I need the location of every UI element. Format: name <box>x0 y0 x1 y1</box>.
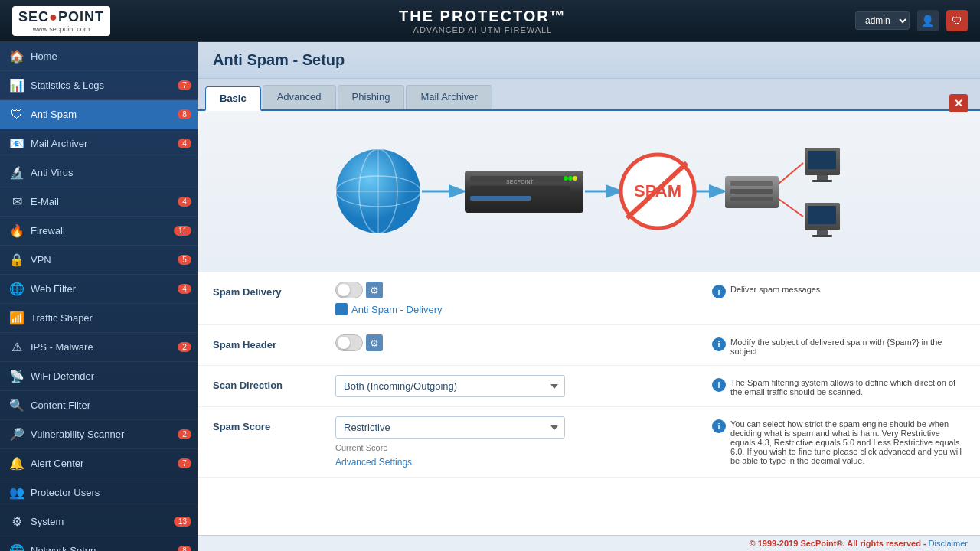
spam-score-help: i You can select how strict the spam eng… <box>697 416 965 465</box>
sidebar-item-label: Protector Users <box>31 487 188 498</box>
spam-delivery-row: Spam Delivery ⚙ Anti Spam - Delivery i D… <box>198 272 980 325</box>
product-subtitle: ADVANCED AI UTM FIREWALL <box>399 25 567 34</box>
tab-basic[interactable]: Basic <box>205 86 261 111</box>
vpn-icon: 🔒 <box>9 253 24 267</box>
sidebar-item-web-filter[interactable]: 🌐 Web Filter 4 <box>0 275 198 304</box>
sidebar-item-alert-center[interactable]: 🔔 Alert Center 7 <box>0 449 198 478</box>
vulnerability-icon: 🔎 <box>9 427 24 442</box>
form-content: SECPOINT SPAM <box>198 111 980 535</box>
diagram-svg: SECPOINT SPAM <box>328 126 849 256</box>
ips-badge: 2 <box>178 342 191 352</box>
spam-delivery-help-text: Deliver spam messages <box>730 285 820 294</box>
svg-rect-24 <box>808 206 836 224</box>
spam-score-info-icon: i <box>712 419 726 433</box>
users-icon: 👥 <box>9 485 24 500</box>
sidebar-item-vpn[interactable]: 🔒 VPN 5 <box>0 246 198 275</box>
spam-header-label: Spam Header <box>213 334 335 350</box>
sidebar-item-anti-spam[interactable]: 🛡 Anti Spam 8 <box>0 100 198 129</box>
spam-delivery-toggle-wrap: ⚙ <box>335 282 697 298</box>
logo-url: www.secpoint.com <box>33 25 90 33</box>
sidebar-item-vulnerability-scanner[interactable]: 🔎 Vulnerability Scanner 2 <box>0 420 198 449</box>
sidebar-item-email[interactable]: ✉ E-Mail 4 <box>0 187 198 217</box>
spam-header-gear[interactable]: ⚙ <box>366 334 383 351</box>
sidebar-item-protector-users[interactable]: 👥 Protector Users <box>0 478 198 507</box>
mail-archiver-icon: 📧 <box>9 136 24 151</box>
spam-delivery-toggle[interactable] <box>335 282 363 298</box>
advanced-settings-link[interactable]: Advanced Settings <box>335 457 697 468</box>
spam-score-label: Spam Score <box>213 416 335 432</box>
svg-line-20 <box>779 199 803 217</box>
sidebar-item-ips-malware[interactable]: ⚠ IPS - Malware 2 <box>0 333 198 362</box>
sidebar-item-network-setup[interactable]: 🌐 Network Setup 8 <box>0 536 198 551</box>
spam-score-control: Very Restrictive Restrictive Less Restri… <box>335 416 697 468</box>
svg-rect-25 <box>817 230 828 235</box>
product-name: THE PROTECTOR™ <box>399 8 567 25</box>
tab-phishing[interactable]: Phishing <box>338 85 405 109</box>
traffic-icon: 📶 <box>9 311 24 325</box>
svg-line-19 <box>779 163 803 184</box>
sidebar-item-label: WiFi Defender <box>31 370 188 382</box>
vpn-badge: 5 <box>178 255 191 265</box>
header-dropdown[interactable]: admin <box>855 11 910 30</box>
brand-name: SEC●POINT <box>18 9 104 25</box>
sidebar-item-system[interactable]: ⚙ System 13 <box>0 507 198 536</box>
sidebar-item-traffic-shaper[interactable]: 📶 Traffic Shaper <box>0 304 198 333</box>
spam-header-row: Spam Header ⚙ i Modify the subject of de… <box>198 325 980 366</box>
spam-score-row: Spam Score Very Restrictive Restrictive … <box>198 407 980 478</box>
current-score-label: Current Score <box>335 443 697 452</box>
logo-area: SEC●POINT www.secpoint.com <box>12 6 110 36</box>
email-badge: 4 <box>178 197 191 207</box>
sidebar-item-label: System <box>31 516 188 527</box>
shield-icon[interactable]: 🛡 <box>946 10 968 31</box>
mail-archiver-badge: 4 <box>178 139 191 148</box>
network-icon: 🌐 <box>9 543 24 551</box>
sidebar-item-mail-archiver[interactable]: 📧 Mail Archiver 4 <box>0 129 198 158</box>
antispam-badge: 8 <box>178 109 191 119</box>
alert-badge: 7 <box>178 458 191 468</box>
firewall-icon: 🔥 <box>9 223 24 238</box>
sidebar-item-label: Home <box>31 51 188 62</box>
spam-delivery-info-icon: i <box>712 285 726 298</box>
spam-header-control: ⚙ <box>335 334 697 351</box>
svg-rect-18 <box>730 197 773 201</box>
sidebar-item-label: Network Setup <box>31 545 188 551</box>
sidebar-item-anti-virus[interactable]: 🔬 Anti Virus <box>0 158 198 187</box>
spam-delivery-gear[interactable]: ⚙ <box>366 282 383 298</box>
spam-score-select[interactable]: Very Restrictive Restrictive Less Restri… <box>335 416 565 439</box>
content-filter-icon: 🔍 <box>9 398 24 412</box>
svg-rect-26 <box>812 235 832 237</box>
alert-icon: 🔔 <box>9 456 24 471</box>
svg-rect-16 <box>730 181 773 186</box>
spam-header-info-icon: i <box>712 337 726 351</box>
close-button[interactable]: ✕ <box>949 94 968 112</box>
sidebar-item-label: VPN <box>31 254 188 266</box>
spam-header-toggle[interactable] <box>335 334 363 351</box>
user-icon[interactable]: 👤 <box>917 10 939 31</box>
svg-rect-21 <box>808 151 836 169</box>
svg-rect-23 <box>812 180 832 182</box>
sidebar-item-wifi-defender[interactable]: 📡 WiFi Defender <box>0 362 198 391</box>
anti-spam-delivery-link[interactable]: Anti Spam - Delivery <box>335 303 697 315</box>
disclaimer-link[interactable]: Disclaimer <box>929 539 968 548</box>
header-right: admin 👤 🛡 <box>855 10 968 31</box>
sidebar: 🏠 Home 📊 Statistics & Logs 7 🛡 Anti Spam… <box>0 42 198 551</box>
tabs-bar: Basic Advanced Phishing Mail Archiver <box>198 79 980 111</box>
spam-header-help-text: Modify the subject of delivered spam wit… <box>730 337 965 356</box>
sidebar-item-statistics-logs[interactable]: 📊 Statistics & Logs 7 <box>0 71 198 100</box>
spam-score-help-text: You can select how strict the spam engin… <box>730 419 965 465</box>
sidebar-item-firewall[interactable]: 🔥 Firewall 11 <box>0 217 198 246</box>
sidebar-item-label: IPS - Malware <box>31 341 188 353</box>
scan-direction-help: i The Spam filtering system allows to de… <box>697 375 965 396</box>
spam-delivery-control: ⚙ Anti Spam - Delivery <box>335 282 697 315</box>
tab-mail-archiver[interactable]: Mail Archiver <box>406 85 492 109</box>
content-area: Anti Spam - Setup ✕ Basic Advanced Phish… <box>198 42 980 551</box>
tab-advanced[interactable]: Advanced <box>263 85 336 109</box>
sidebar-item-label: Anti Spam <box>31 109 188 120</box>
sidebar-item-home[interactable]: 🏠 Home <box>0 42 198 71</box>
sidebar-item-label: Content Filter <box>31 399 188 411</box>
svg-point-11 <box>573 176 577 181</box>
scan-direction-select[interactable]: Both (Incoming/Outgoing) Incoming Only O… <box>335 375 565 397</box>
svg-rect-17 <box>730 189 773 194</box>
sidebar-item-content-filter[interactable]: 🔍 Content Filter <box>0 391 198 420</box>
svg-rect-7 <box>470 196 531 201</box>
